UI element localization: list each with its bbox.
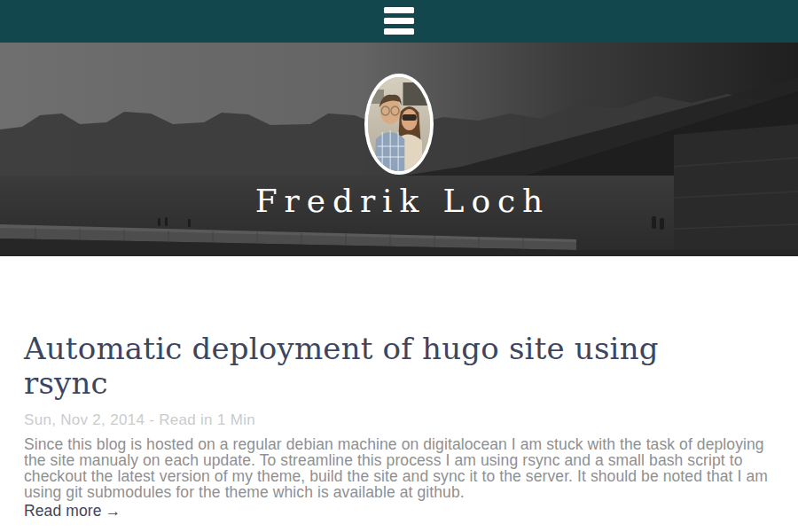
read-more-link[interactable]: Read more→ <box>24 502 121 520</box>
post-excerpt: Since this blog is hosted on a regular d… <box>24 436 774 501</box>
read-more-label: Read more <box>24 502 101 520</box>
hamburger-bar <box>384 18 414 24</box>
post-summary: Automatic deployment of hugo site using … <box>24 332 774 520</box>
hero-banner: Fredrik Loch <box>0 43 798 256</box>
post-title-link[interactable]: Automatic deployment of hugo site using … <box>24 331 659 401</box>
hamburger-bar <box>384 28 414 35</box>
post-list: Automatic deployment of hugo site using … <box>0 256 798 520</box>
hamburger-icon[interactable] <box>384 7 414 35</box>
top-nav-bar <box>0 0 798 43</box>
avatar <box>364 74 434 175</box>
post-title: Automatic deployment of hugo site using … <box>24 332 733 401</box>
hamburger-bar <box>384 7 414 13</box>
post-meta: Sun, Nov 2, 2014 - Read in 1 Min <box>24 411 774 429</box>
author-name: Fredrik Loch <box>0 183 798 219</box>
right-arrow-icon: → <box>105 502 121 520</box>
